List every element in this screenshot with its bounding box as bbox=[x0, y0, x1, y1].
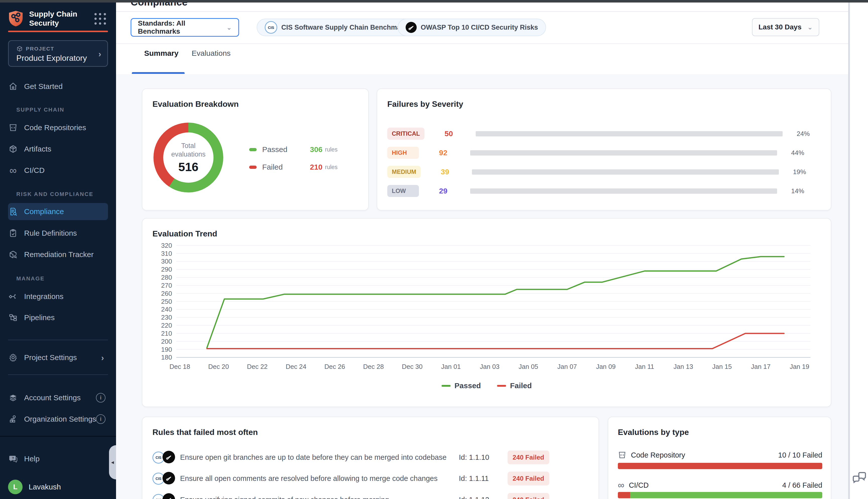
sidebar-item-cicd[interactable]: ∞ CI/CD bbox=[8, 162, 108, 179]
tab-evaluations[interactable]: Evaluations bbox=[191, 49, 231, 58]
svg-text:Dec 18: Dec 18 bbox=[170, 363, 190, 370]
project-name: Product Exploratory bbox=[16, 53, 87, 63]
svg-text:Jan 01: Jan 01 bbox=[441, 363, 461, 370]
sidebar-footer-divider bbox=[0, 436, 116, 437]
rule-text: Ensure all open comments are resolved be… bbox=[180, 474, 459, 483]
rule-row[interactable]: CIS Ensure verifying signed commits of n… bbox=[152, 492, 590, 499]
severity-percent: 14% bbox=[791, 187, 804, 195]
sidebar-item-label: Remediation Tracker bbox=[24, 250, 94, 259]
user-menu[interactable]: L Lavakush bbox=[8, 479, 108, 495]
type-row-code-repository: Code Repository 10 / 10 Failed bbox=[618, 451, 822, 459]
severity-badge: MEDIUM bbox=[387, 166, 421, 178]
infinity-icon: ∞ bbox=[8, 165, 18, 175]
svg-text:320: 320 bbox=[161, 242, 172, 249]
sidebar-item-label: Integrations bbox=[24, 292, 64, 301]
failed-label: Failed bbox=[262, 163, 310, 171]
help-chat-icon: ? bbox=[8, 454, 18, 464]
type-label: CI/CD bbox=[629, 481, 649, 489]
project-label: PROJECT bbox=[26, 46, 54, 52]
svg-text:230: 230 bbox=[161, 314, 172, 321]
sidebar-item-project-settings[interactable]: Project Settings › bbox=[8, 350, 108, 366]
date-range-dropdown[interactable]: Last 30 Days ⌄ bbox=[752, 18, 819, 36]
scrollbar-gutter[interactable] bbox=[848, 2, 868, 499]
severity-row-high: HIGH 92 44% bbox=[387, 146, 822, 160]
user-name: Lavakush bbox=[29, 483, 61, 491]
donut-center-label: Total evaluations 516 bbox=[153, 123, 223, 193]
svg-text:240: 240 bbox=[161, 305, 172, 313]
info-icon[interactable]: i bbox=[96, 414, 106, 424]
severity-bar-track bbox=[470, 150, 777, 156]
benchmark-chip-owasp[interactable]: OWASP Top 10 CI/CD Security Risks bbox=[398, 19, 546, 36]
svg-text:200: 200 bbox=[161, 338, 172, 345]
sidebar-item-label: Rule Definitions bbox=[24, 229, 77, 238]
header-divider bbox=[116, 11, 848, 12]
sidebar-item-code-repositories[interactable]: Code Repositories bbox=[8, 120, 108, 136]
svg-text:280: 280 bbox=[161, 273, 172, 281]
failed-count-badge: 240 Failed bbox=[508, 493, 549, 499]
severity-badge: LOW bbox=[387, 185, 419, 197]
failed-value: 210 bbox=[310, 163, 322, 171]
rule-id: Id: 1.1.12 bbox=[459, 496, 501, 499]
collapse-arrow-icon: ◂ bbox=[111, 459, 114, 465]
chevron-down-icon: ⌄ bbox=[807, 23, 813, 31]
severity-badge: HIGH bbox=[387, 147, 419, 159]
sidebar-item-remediation-tracker[interactable]: Remediation Tracker bbox=[8, 246, 108, 263]
card-title: Failures by Severity bbox=[387, 99, 463, 109]
severity-row-low: LOW 29 14% bbox=[387, 184, 822, 198]
avatar: L bbox=[8, 480, 23, 494]
sidebar-collapse-handle[interactable]: ◂ bbox=[109, 445, 116, 479]
project-selector[interactable]: PROJECT Product Exploratory › bbox=[8, 40, 108, 67]
sidebar-item-help[interactable]: ? Help bbox=[8, 451, 108, 467]
severity-percent: 44% bbox=[791, 149, 804, 157]
sidebar-item-account-settings[interactable]: Account Settings i bbox=[8, 390, 108, 406]
chat-support-button[interactable] bbox=[852, 469, 867, 485]
sidebar-item-compliance[interactable]: Compliance bbox=[8, 203, 108, 220]
severity-percent: 19% bbox=[793, 168, 806, 176]
sidebar-item-integrations[interactable]: Integrations bbox=[8, 289, 108, 305]
sidebar-item-pipelines[interactable]: Pipelines bbox=[8, 309, 108, 326]
severity-row-medium: MEDIUM 39 19% bbox=[387, 165, 822, 179]
severity-row-critical: CRITICAL 50 24% bbox=[387, 126, 822, 141]
date-range-value: Last 30 Days bbox=[758, 23, 802, 31]
legend-row-passed: Passed 306 rules bbox=[249, 144, 360, 155]
svg-text:Jan 05: Jan 05 bbox=[519, 363, 538, 370]
rule-text: Ensure verifying signed commits of new c… bbox=[180, 496, 459, 499]
sidebar-item-organization-settings[interactable]: Organization Settings i bbox=[8, 411, 108, 427]
sidebar-item-label: Artifacts bbox=[24, 145, 51, 153]
owasp-logo-icon bbox=[162, 451, 175, 463]
compliance-doc-search-icon bbox=[8, 207, 18, 217]
failed-line-swatch bbox=[497, 385, 506, 387]
speech-bubbles-icon bbox=[852, 469, 867, 485]
card-failures-by-severity: Failures by Severity CRITICAL 50 24% HIG… bbox=[377, 88, 831, 210]
clipboard-check-icon bbox=[8, 228, 18, 238]
app-switcher-icon[interactable] bbox=[95, 13, 107, 25]
brand-line2: Security bbox=[29, 19, 59, 27]
sidebar-item-artifacts[interactable]: Artifacts bbox=[8, 141, 108, 157]
app-logo: Supply Chain Security bbox=[8, 10, 77, 28]
sidebar-item-label: Organization Settings bbox=[24, 415, 96, 423]
type-label: Code Repository bbox=[631, 451, 685, 459]
svg-text:?: ? bbox=[12, 456, 14, 460]
standards-filter-dropdown[interactable]: Standards: All Benchmarks ⌄ bbox=[131, 18, 239, 37]
rule-row[interactable]: CIS Ensure all open comments are resolve… bbox=[152, 470, 590, 486]
sidebar-item-rule-definitions[interactable]: Rule Definitions bbox=[8, 225, 108, 241]
svg-text:290: 290 bbox=[161, 266, 172, 273]
sidebar-item-get-started[interactable]: Get Started bbox=[8, 78, 108, 95]
failed-count-badge: 240 Failed bbox=[508, 451, 549, 464]
shield-logo-icon bbox=[8, 10, 24, 27]
type-row-cicd: ∞ CI/CD 4 / 66 Failed bbox=[618, 480, 822, 490]
passed-value: 306 bbox=[310, 145, 322, 154]
card-evaluations-by-type: Evalutions by type Code Repository 10 / … bbox=[608, 417, 831, 499]
severity-badge: CRITICAL bbox=[387, 127, 424, 140]
info-icon[interactable]: i bbox=[96, 393, 106, 402]
card-rules-failed-most: Rules that failed most often CIS Ensure … bbox=[142, 417, 599, 499]
chevron-down-icon: ⌄ bbox=[226, 24, 232, 32]
card-title: Evaluation Breakdown bbox=[152, 99, 239, 109]
tab-summary[interactable]: Summary bbox=[144, 49, 178, 58]
chip-label: OWASP Top 10 CI/CD Security Risks bbox=[421, 24, 538, 32]
rule-row[interactable]: CIS Ensure open git branches are up to d… bbox=[152, 449, 590, 465]
svg-text:Dec 24: Dec 24 bbox=[286, 363, 306, 370]
svg-text:Dec 30: Dec 30 bbox=[402, 363, 422, 370]
donut-caption-2: evaluations bbox=[171, 150, 206, 158]
owasp-logo-icon bbox=[162, 493, 175, 499]
